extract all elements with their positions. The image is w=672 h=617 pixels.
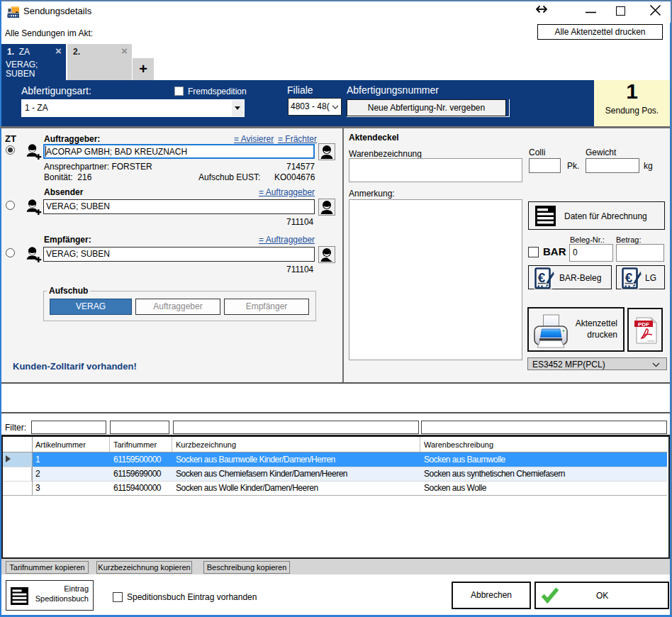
svg-text:€: € <box>538 270 546 285</box>
svg-text:€: € <box>625 270 633 285</box>
svg-text:PDF: PDF <box>638 321 649 328</box>
svg-text:Adobe: Adobe <box>646 339 655 343</box>
